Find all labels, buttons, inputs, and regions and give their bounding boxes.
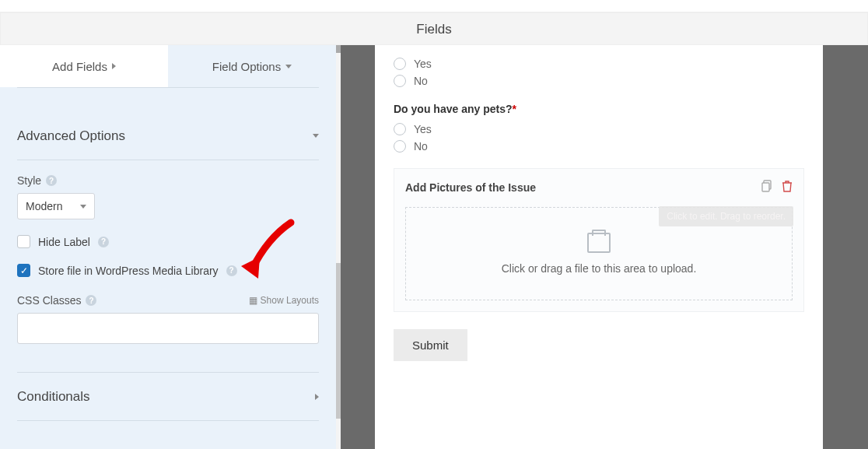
trash-icon[interactable] — [782, 180, 793, 195]
style-select[interactable]: Modern — [17, 193, 95, 219]
conditionals-label: Conditionals — [17, 389, 90, 405]
grid-icon: ▦ — [249, 295, 257, 306]
radio-no: No — [414, 75, 428, 87]
upload-icon — [587, 233, 611, 253]
upload-field[interactable]: Add Pictures of the Issue Click to edit.… — [394, 168, 804, 312]
dropzone-text: Click or drag a file to this area to upl… — [502, 262, 697, 275]
sidebar-panel: Add Fields Field Options Advanced Option… — [0, 45, 336, 449]
chevron-down-icon — [313, 134, 319, 138]
field-tooltip: Click to edit. Drag to reorder. — [659, 206, 793, 226]
chevron-down-icon — [80, 205, 86, 209]
help-icon[interactable]: ? — [46, 175, 57, 186]
svg-rect-2 — [762, 183, 769, 191]
required-asterisk: * — [512, 103, 516, 115]
store-media-checkbox[interactable]: ✓ — [17, 264, 30, 277]
advanced-options-label: Advanced Options — [17, 128, 125, 144]
duplicate-icon[interactable] — [761, 180, 774, 195]
style-value: Modern — [26, 200, 62, 212]
radio-option[interactable] — [394, 58, 406, 70]
tab-field-options[interactable]: Field Options — [168, 45, 336, 87]
help-icon[interactable]: ? — [226, 265, 237, 276]
accordion-advanced-options[interactable]: Advanced Options — [17, 112, 319, 160]
submit-button[interactable]: Submit — [394, 329, 467, 361]
question-pets: Do you have any pets?* — [394, 103, 804, 115]
tab-add-fields-label: Add Fields — [52, 60, 107, 73]
radio-option[interactable] — [394, 140, 406, 153]
form-preview: Yes No Do you have any pets?* Yes No — [375, 45, 823, 449]
radio-no: No — [414, 140, 428, 153]
file-dropzone[interactable]: Click to edit. Drag to reorder. Click or… — [405, 207, 793, 300]
chevron-down-icon — [285, 65, 292, 68]
accordion-conditionals[interactable]: Conditionals — [17, 373, 319, 421]
store-media-text: Store file in WordPress Media Library — [38, 265, 219, 277]
help-icon[interactable]: ? — [86, 295, 96, 306]
upload-title: Add Pictures of the Issue — [405, 181, 536, 194]
tab-add-fields[interactable]: Add Fields — [0, 45, 168, 87]
page-header: Fields — [0, 12, 868, 45]
chevron-right-icon — [315, 394, 319, 400]
css-classes-input[interactable] — [17, 313, 319, 344]
radio-option[interactable] — [394, 123, 406, 135]
radio-option[interactable] — [394, 75, 406, 87]
style-label: Style ? — [17, 174, 319, 187]
radio-yes: Yes — [414, 123, 432, 135]
show-layouts-link[interactable]: ▦ Show Layouts — [249, 295, 319, 306]
hide-label-text: Hide Label — [38, 236, 90, 248]
css-classes-label: CSS Classes ? — [17, 294, 96, 307]
help-icon[interactable]: ? — [98, 237, 109, 247]
hide-label-checkbox[interactable] — [17, 235, 30, 248]
chevron-right-icon — [112, 63, 116, 69]
page-title: Fields — [416, 22, 451, 37]
tab-field-options-label: Field Options — [212, 60, 281, 73]
radio-yes: Yes — [414, 58, 432, 70]
